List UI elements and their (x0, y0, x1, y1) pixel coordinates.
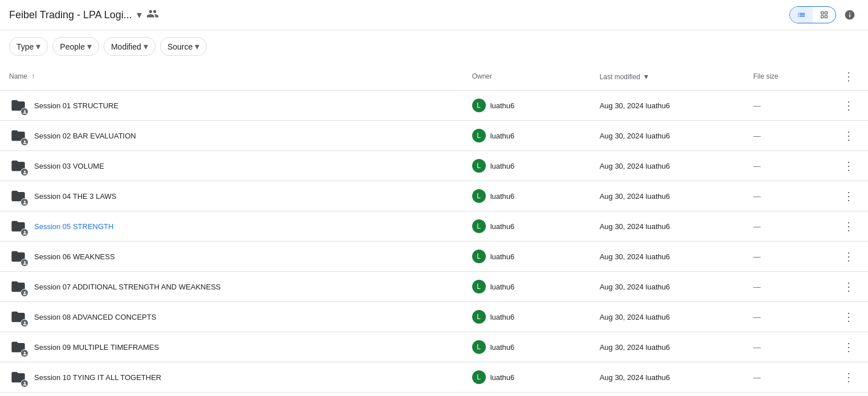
file-table: Name ↑ Owner Last modified ▾ File size ⋮ (0, 63, 868, 393)
name-cell: Session 05 STRENGTH (0, 211, 463, 242)
file-name: Session 09 MULTIPLE TIMEFRAMES (34, 343, 159, 352)
filesize-cell: — (744, 332, 829, 362)
file-name: Session 05 STRENGTH (34, 222, 113, 231)
shared-folder-badge (21, 168, 28, 176)
file-name: Session 04 THE 3 LAWS (34, 192, 117, 201)
filesize-column-label: File size (753, 72, 778, 80)
filesize-cell: — (744, 121, 829, 151)
table-row[interactable]: Session 01 STRUCTURE L luathu6 Aug 30, 2… (0, 91, 868, 121)
table-row[interactable]: Session 10 TYING IT ALL TOGETHER L luath… (0, 362, 868, 393)
modified-cell: Aug 30, 2024 luathu6 (591, 302, 744, 332)
table-row[interactable]: Session 09 MULTIPLE TIMEFRAMES L luathu6… (0, 332, 868, 362)
people-filter-button[interactable]: People ▾ (52, 37, 99, 56)
row-more-button[interactable]: ⋮ (838, 96, 859, 115)
owner-cell: L luathu6 (463, 91, 591, 121)
more-cell: ⋮ (829, 242, 868, 272)
modified-cell: Aug 30, 2024 luathu6 (591, 272, 744, 302)
list-view-button[interactable] (790, 7, 813, 23)
row-more-button[interactable]: ⋮ (838, 277, 859, 296)
column-modified-header[interactable]: Last modified ▾ (591, 63, 744, 91)
name-cell: Session 01 STRUCTURE (0, 91, 463, 121)
folder-icon (9, 247, 27, 266)
table-row[interactable]: Session 03 VOLUME L luathu6 Aug 30, 2024… (0, 151, 868, 181)
name-cell: Session 08 ADVANCED CONCEPTS (0, 302, 463, 332)
row-more-button[interactable]: ⋮ (838, 126, 859, 145)
owner-cell: L luathu6 (463, 121, 591, 151)
name-cell: Session 10 TYING IT ALL TOGETHER (0, 362, 463, 393)
name-cell: Session 07 ADDITIONAL STRENGTH AND WEAKN… (0, 272, 463, 302)
owner-cell: L luathu6 (463, 211, 591, 242)
shared-folder-badge (21, 289, 28, 297)
shared-folder-badge (21, 379, 28, 387)
filesize-cell: — (744, 362, 829, 393)
owner-cell: L luathu6 (463, 332, 591, 362)
file-name: Session 02 BAR EVALUATION (34, 132, 136, 140)
name-column-label: Name (9, 72, 27, 80)
owner-cell: L luathu6 (463, 362, 591, 393)
title-chevron-icon[interactable]: ▾ (137, 9, 142, 21)
shared-people-icon[interactable] (146, 7, 159, 23)
table-row[interactable]: Session 08 ADVANCED CONCEPTS L luathu6 A… (0, 302, 868, 332)
header-left: Feibel Trading - LPA Logi... ▾ (9, 7, 159, 23)
info-button[interactable] (841, 6, 859, 24)
shared-folder-badge (21, 198, 28, 206)
type-filter-button[interactable]: Type ▾ (9, 37, 48, 56)
owner-name: luathu6 (490, 252, 515, 261)
owner-cell: L luathu6 (463, 302, 591, 332)
file-name: Session 01 STRUCTURE (34, 101, 118, 110)
owner-column-label: Owner (472, 72, 492, 80)
modified-cell: Aug 30, 2024 luathu6 (591, 181, 744, 211)
source-filter-button[interactable]: Source ▾ (160, 37, 207, 56)
row-more-button[interactable]: ⋮ (838, 157, 859, 175)
name-sort-icon: ↑ (31, 72, 35, 80)
owner-avatar: L (472, 219, 486, 233)
modified-sort-icon: ▾ (644, 72, 648, 81)
owner-avatar: L (472, 340, 486, 354)
row-more-button[interactable]: ⋮ (838, 187, 859, 205)
name-cell: Session 03 VOLUME (0, 151, 463, 181)
owner-avatar: L (472, 129, 486, 142)
owner-cell: L luathu6 (463, 272, 591, 302)
row-more-button[interactable]: ⋮ (838, 338, 859, 356)
folder-icon (9, 338, 27, 356)
header-right (789, 6, 859, 24)
modified-filter-button[interactable]: Modified ▾ (104, 37, 155, 56)
column-name-header[interactable]: Name ↑ (0, 63, 463, 91)
owner-avatar: L (472, 310, 486, 324)
file-name: Session 08 ADVANCED CONCEPTS (34, 313, 156, 321)
row-more-button[interactable]: ⋮ (838, 217, 859, 235)
table-row[interactable]: Session 05 STRENGTH L luathu6 Aug 30, 20… (0, 211, 868, 242)
more-cell: ⋮ (829, 91, 868, 121)
table-row[interactable]: Session 04 THE 3 LAWS L luathu6 Aug 30, … (0, 181, 868, 211)
name-cell: Session 02 BAR EVALUATION (0, 121, 463, 151)
column-more-header: ⋮ (829, 63, 868, 91)
table-row[interactable]: Session 02 BAR EVALUATION L luathu6 Aug … (0, 121, 868, 151)
grid-view-button[interactable] (813, 7, 836, 23)
filesize-cell: — (744, 242, 829, 272)
table-row[interactable]: Session 06 WEAKNESS L luathu6 Aug 30, 20… (0, 242, 868, 272)
row-more-button[interactable]: ⋮ (838, 308, 859, 326)
table-row[interactable]: Session 07 ADDITIONAL STRENGTH AND WEAKN… (0, 272, 868, 302)
folder-icon (9, 157, 27, 175)
header-more-button[interactable]: ⋮ (838, 67, 859, 85)
source-filter-label: Source (167, 42, 193, 51)
type-filter-label: Type (17, 42, 34, 51)
name-cell: Session 09 MULTIPLE TIMEFRAMES (0, 332, 463, 362)
owner-name: luathu6 (490, 192, 515, 201)
row-more-button[interactable]: ⋮ (838, 247, 859, 266)
folder-icon (9, 217, 27, 235)
more-cell: ⋮ (829, 302, 868, 332)
row-more-button[interactable]: ⋮ (838, 368, 859, 386)
column-owner-header[interactable]: Owner (463, 63, 591, 91)
owner-name: luathu6 (490, 343, 515, 352)
owner-name: luathu6 (490, 283, 515, 291)
column-filesize-header[interactable]: File size (744, 63, 829, 91)
more-cell: ⋮ (829, 362, 868, 393)
modified-cell: Aug 30, 2024 luathu6 (591, 151, 744, 181)
filesize-cell: — (744, 211, 829, 242)
modified-filter-chevron-icon: ▾ (144, 41, 148, 52)
owner-avatar: L (472, 159, 486, 173)
shared-folder-badge (21, 228, 28, 236)
modified-cell: Aug 30, 2024 luathu6 (591, 362, 744, 393)
owner-cell: L luathu6 (463, 181, 591, 211)
